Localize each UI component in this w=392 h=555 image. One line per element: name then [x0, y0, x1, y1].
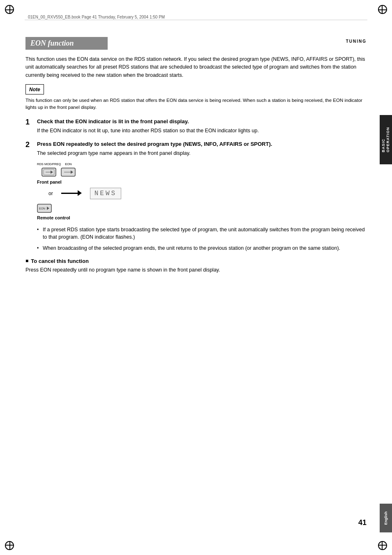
- svg-text:EON: EON: [39, 207, 45, 210]
- step-1-body: If the EON indicator is not lit up, tune…: [37, 127, 367, 135]
- header-filename: 01EN_00_RXV550_EB.book Page 41 Thursday,…: [28, 15, 165, 19]
- step-2-body: The selected program type name appears i…: [37, 150, 367, 157]
- remote-control-label: Remote control: [37, 215, 367, 220]
- rds-mod-freq-btn-group: RDS MOD/FREQ: [37, 162, 61, 178]
- bullet-item-1: • If a preset RDS station type starts br…: [37, 226, 367, 242]
- sidebar-english: English: [380, 504, 392, 532]
- bullet-text-2: When broadcasting of the selected progra…: [43, 244, 340, 252]
- bullet-item-2: • When broadcasting of the selected prog…: [37, 244, 367, 252]
- step-1-number: 1: [25, 118, 37, 127]
- eon-front-panel-icon: [61, 166, 76, 178]
- remote-eon-btn-group: EON: [37, 203, 52, 214]
- crosshair-bl: [6, 541, 14, 549]
- eon-label-top: EON: [65, 162, 71, 166]
- english-label: English: [384, 511, 388, 525]
- step-1: 1 Check that the EON indicator is lit in…: [25, 118, 367, 135]
- front-panel-row: RDS MOD/FREQ EON: [37, 162, 367, 178]
- eon-btn-group: EON: [61, 162, 76, 178]
- remote-control-row: EON Remote control: [37, 203, 367, 220]
- arrow-right-icon: [61, 191, 82, 196]
- crosshair-tl: [6, 6, 14, 14]
- step-2: 2 Press EON repeatedly to select the des…: [25, 140, 367, 220]
- or-text: or: [48, 191, 53, 196]
- section-title-box: EON function: [25, 37, 108, 50]
- note-box: Note: [25, 84, 44, 94]
- device-illustration: RDS MOD/FREQ EON: [37, 162, 367, 220]
- device-mid-row: or NEWS: [48, 188, 367, 199]
- eon-remote-icon: EON: [37, 203, 52, 214]
- step-2-title: Press EON repeatedly to select the desir…: [37, 140, 367, 148]
- sidebar-basic-operation: BASICOPERATION: [380, 115, 392, 164]
- step-1-content: Check that the EON indicator is lit in t…: [37, 118, 367, 135]
- rds-mod-freq-label: RDS MOD/FREQ: [37, 162, 61, 166]
- intro-text: This function uses the EON data service …: [25, 55, 367, 79]
- bullet-list: • If a preset RDS station type starts br…: [37, 226, 367, 252]
- crosshair-br: [378, 541, 386, 549]
- main-content: EON function This function uses the EON …: [25, 37, 367, 534]
- note-label: Note: [29, 87, 40, 92]
- header-divider: [25, 20, 367, 20]
- bullet-text-1: If a preset RDS station type starts broa…: [43, 226, 367, 242]
- step-2-content: Press EON repeatedly to select the desir…: [37, 140, 367, 220]
- step-1-title: Check that the EON indicator is lit in t…: [37, 118, 367, 125]
- front-panel-label: Front panel: [37, 180, 367, 184]
- crosshair-tr: [378, 6, 386, 14]
- bullet-dot-2: •: [37, 244, 43, 252]
- note-text: This function can only be used when an R…: [25, 97, 367, 111]
- news-display: NEWS: [90, 188, 121, 199]
- step-2-number: 2: [25, 140, 37, 150]
- bullet-dot-1: •: [37, 226, 43, 242]
- rds-mod-freq-icon: [42, 166, 56, 178]
- cancel-title: To cancel this function: [25, 258, 367, 264]
- cancel-text: Press EON repeatedly until no program ty…: [25, 266, 367, 274]
- sidebar-label: BASICOPERATION: [381, 127, 390, 152]
- section-title: EON function: [30, 39, 103, 48]
- cancel-section: To cancel this function Press EON repeat…: [25, 258, 367, 274]
